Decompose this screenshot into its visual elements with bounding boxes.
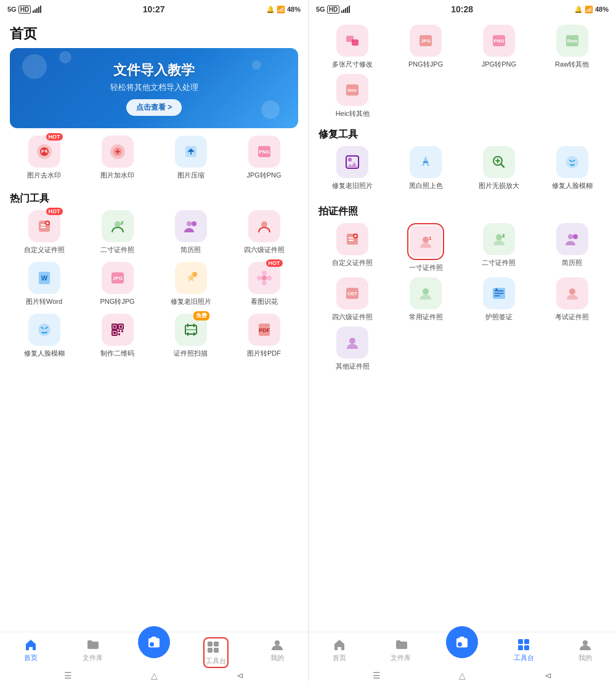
wifi-icon-left: 📶: [277, 6, 285, 14]
format-tool-icon-heic: Heic: [336, 74, 368, 106]
repair-tool-icon-colorize: [410, 146, 442, 178]
hot-tool-2inch[interactable]: 2 二寸证件照: [83, 210, 152, 255]
format-tool-multi-resize[interactable]: 多张尺寸修改: [318, 25, 387, 69]
repair-tool-old-photo[interactable]: 修复老旧照片: [318, 146, 387, 190]
nav-camera-right[interactable]: [432, 637, 493, 658]
hot-tool-pdf[interactable]: PDF 图片转PDF: [230, 314, 298, 358]
camera-btn-right[interactable]: [446, 626, 478, 658]
format-tool-jpg-png[interactable]: PNG JPG转PNG: [465, 25, 533, 69]
nav-mine-right[interactable]: 我的: [554, 637, 616, 663]
svg-rect-2: [36, 8, 38, 13]
svg-text:W: W: [41, 274, 47, 282]
svg-point-15: [192, 221, 197, 226]
svg-rect-40: [208, 642, 213, 646]
hot-tool-label-face: 修复人脸模糊: [24, 349, 65, 358]
nav-tools-left[interactable]: 工具台: [185, 637, 246, 668]
tool-compress[interactable]: 图片压缩: [156, 136, 225, 180]
nav-mine-left[interactable]: 我的: [246, 637, 308, 663]
svg-rect-81: [518, 645, 523, 650]
nav-files-right[interactable]: 文件库: [370, 637, 432, 663]
hot-tool-face[interactable]: 修复人脸模糊: [10, 314, 78, 358]
svg-rect-49: [349, 6, 350, 13]
free-badge-scan: 免费: [193, 311, 209, 320]
id-photo-icon-custom: [336, 223, 368, 255]
id-photo-other[interactable]: 其他证件照: [318, 327, 387, 371]
svg-text:JPG: JPG: [421, 38, 431, 44]
tool-watermark-add[interactable]: 图片加水印: [83, 136, 152, 180]
hot-tool-label-2inch: 二寸证件照: [100, 245, 134, 255]
home-title: 首页: [0, 18, 308, 48]
repair-tool-enlarge[interactable]: 图片无损放大: [465, 146, 533, 190]
hot-tool-label-flower: 看图识花: [251, 297, 278, 306]
nav-tools-label-right: 工具台: [514, 653, 534, 663]
nav-camera-left[interactable]: [123, 637, 185, 658]
id-photo-label-passport: 护照签证: [485, 312, 513, 322]
nav-mine-icon-right: [578, 637, 593, 652]
svg-point-70: [568, 234, 573, 239]
gesture-menu-right: ☰: [373, 671, 381, 680]
svg-point-71: [573, 234, 578, 239]
hot-tool-cet[interactable]: 四六级证件照: [230, 210, 298, 255]
id-photo-2inch[interactable]: 2 二寸证件照: [465, 223, 533, 272]
tool-jpg-to-png[interactable]: PNG JPG转PNG: [230, 136, 298, 180]
nav-home-label-left: 首页: [24, 653, 38, 663]
nav-home-left[interactable]: 首页: [0, 637, 62, 663]
hot-tool-icon-cet: [248, 210, 280, 242]
format-tool-raw[interactable]: Raw Raw转其他: [538, 25, 606, 69]
nav-home-right[interactable]: 首页: [309, 637, 370, 663]
nav-tools-right[interactable]: 工具台: [493, 637, 554, 663]
hot-tool-flower[interactable]: HOT 看图识花: [230, 262, 298, 306]
svg-rect-33: [113, 332, 116, 334]
gesture-bar-left: ☰ △ ⊲: [0, 670, 308, 681]
id-photo-1inch[interactable]: 1 一寸证件照: [392, 223, 460, 272]
hot-tool-icon-resume: [175, 210, 207, 242]
hot-tool-label-pdf: 图片转PDF: [247, 349, 281, 358]
repair-tool-label-face: 修复人脸模糊: [552, 181, 593, 190]
id-photo-passport[interactable]: 护照签证: [465, 277, 533, 322]
nav-files-label-left: 文件库: [83, 653, 103, 663]
nav-home-icon-left: [23, 637, 38, 652]
hot-tool-scan[interactable]: 免费 证件照扫描: [156, 314, 225, 358]
right-content: 多张尺寸修改 JPG PNG转JPG PNG JPG转PNG Raw: [309, 18, 616, 681]
id-photo-section: 自定义证件照 1 一寸证件照 2 二寸证件照: [309, 223, 616, 381]
hot-tool-resume[interactable]: 简历照: [156, 210, 225, 255]
hot-tool-icon-pdf: PDF: [248, 314, 280, 346]
svg-point-76: [495, 288, 498, 291]
banner[interactable]: 文件导入教学 轻松将其他文档导入处理 点击查看 >: [10, 48, 298, 128]
hot-tool-repair-old[interactable]: 修复老旧照片: [156, 262, 225, 306]
network-left: 5G: [7, 6, 17, 13]
format-tool-heic[interactable]: Heic Heic转其他: [318, 74, 387, 118]
left-screen: 5G HD 10:27 🔔 📶 48% 首页 文件导入教学 轻松将其他文档导入处…: [0, 0, 308, 681]
hot-tool-icon-qr: [102, 314, 134, 346]
id-photo-common[interactable]: 常用证件照: [392, 277, 460, 322]
banner-btn[interactable]: 点击查看 >: [126, 99, 182, 116]
svg-rect-4: [40, 6, 41, 13]
tool-watermark-remove[interactable]: HOT 图片去水印: [10, 136, 78, 180]
camera-btn-left[interactable]: [138, 626, 170, 658]
nav-home-label-right: 首页: [333, 653, 346, 663]
hot-tool-icon-repair-old: [175, 262, 207, 294]
nav-files-left[interactable]: 文件库: [62, 637, 123, 663]
repair-tool-face[interactable]: 修复人脸模糊: [538, 146, 606, 190]
format-tool-label-jpg-png: JPG转PNG: [482, 60, 516, 69]
hot-tool-word[interactable]: W 图片转Word: [10, 262, 78, 306]
id-photo-cet[interactable]: CET 四六级证件照: [318, 277, 387, 322]
id-photo-exam[interactable]: 考试证件照: [538, 277, 606, 322]
id-photo-resume[interactable]: 简历照: [538, 223, 606, 272]
hot-tool-png-jpg[interactable]: JPG PNG转JPG: [83, 262, 152, 306]
svg-text:PNG: PNG: [493, 38, 504, 44]
hot-tool-qr[interactable]: 制作二维码: [83, 314, 152, 358]
svg-rect-31: [113, 325, 116, 328]
hd-icon-right: HD: [327, 6, 339, 14]
hot-tool-label-resume: 简历照: [180, 245, 201, 255]
time-left: 10:27: [143, 4, 165, 14]
svg-rect-79: [518, 639, 523, 644]
format-tools-row1: 多张尺寸修改 JPG PNG转JPG PNG JPG转PNG Raw: [318, 25, 606, 69]
id-photo-custom[interactable]: 自定义证件照: [318, 223, 387, 272]
nav-tools-icon-left: [206, 640, 221, 654]
network-right: 5G: [316, 6, 325, 13]
format-tool-png-jpg[interactable]: JPG PNG转JPG: [392, 25, 460, 69]
id-photo-row1: 自定义证件照 1 一寸证件照 2 二寸证件照: [318, 223, 606, 272]
hot-tool-custom-id[interactable]: HOT 自定义证件照: [10, 210, 78, 255]
repair-tool-colorize[interactable]: 黑白照上色: [392, 146, 460, 190]
